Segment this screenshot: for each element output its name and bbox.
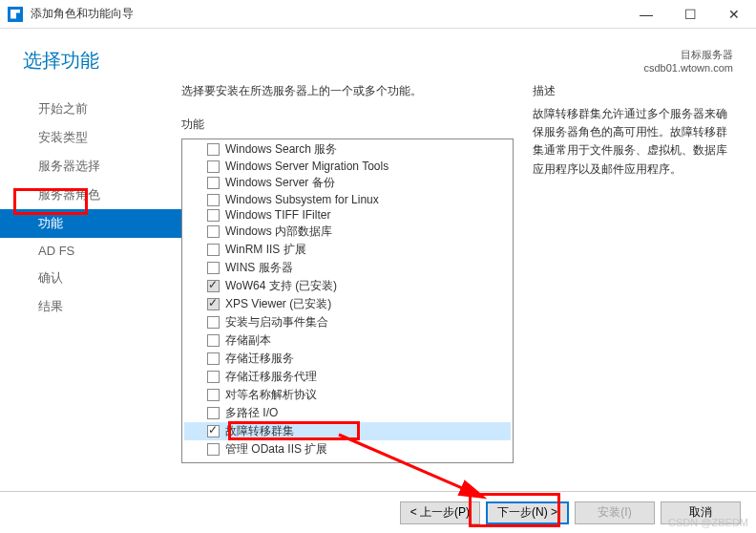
feature-checkbox[interactable]	[207, 316, 220, 329]
feature-checkbox[interactable]	[207, 334, 220, 347]
feature-checkbox[interactable]	[207, 262, 220, 274]
feature-label: WoW64 支持 (已安装)	[225, 278, 337, 294]
feature-checkbox[interactable]	[207, 352, 220, 365]
feature-panel: ▷Windows Process Activation Service▷Wind…	[181, 139, 514, 463]
content: 选择要安装在所选服务器上的一个或多个功能。 功能 ▷Windows Proces…	[181, 83, 756, 503]
maximize-button[interactable]: ☐	[668, 0, 712, 29]
sidebar-item-2[interactable]: 服务器选择	[0, 152, 181, 181]
target-server-value: csdb01.wtown.com	[643, 62, 733, 74]
feature-row[interactable]: ▷WoW64 支持 (已安装)	[184, 277, 511, 295]
feature-checkbox[interactable]	[207, 425, 220, 437]
feature-label: 安装与启动事件集合	[225, 314, 328, 330]
feature-label: Windows TIFF IFilter	[225, 208, 330, 222]
feature-label: WinRM IIS 扩展	[225, 242, 306, 258]
description-panel: 描述 故障转移群集允许通过多个服务器来确保服务器角色的高可用性。故障转移群集通常…	[533, 83, 733, 503]
feature-checkbox[interactable]	[207, 298, 220, 310]
sidebar-item-7[interactable]: 结果	[0, 292, 181, 321]
feature-label: XPS Viewer (已安装)	[225, 296, 331, 312]
feature-row[interactable]: ▷Windows Subsystem for Linux	[184, 192, 511, 207]
feature-row[interactable]: ▷存储迁移服务	[184, 350, 511, 368]
feature-checkbox[interactable]	[207, 407, 220, 419]
close-button[interactable]: ✕	[712, 0, 756, 29]
prev-button[interactable]: < 上一步(P)	[400, 501, 480, 524]
feature-checkbox[interactable]	[207, 177, 220, 189]
feature-label: 故障转移群集	[225, 423, 294, 439]
feature-checkbox[interactable]	[207, 160, 220, 173]
feature-row[interactable]: ▷WINS 服务器	[184, 259, 511, 277]
feature-label: Windows Server Migration Tools	[225, 160, 388, 173]
sidebar-item-5[interactable]: AD FS	[0, 238, 181, 264]
page-title: 选择功能	[23, 48, 99, 74]
sidebar-item-4[interactable]: 功能	[0, 209, 181, 238]
next-button[interactable]: 下一步(N) >	[486, 501, 569, 524]
window-controls: — ☐ ✕	[624, 0, 756, 29]
sidebar-item-6[interactable]: 确认	[0, 264, 181, 292]
feature-row[interactable]: ▷安装与启动事件集合	[184, 313, 511, 331]
header: 选择功能 目标服务器 csdb01.wtown.com	[0, 29, 756, 83]
intro-text: 选择要安装在所选服务器上的一个或多个功能。	[181, 83, 514, 99]
feature-checkbox[interactable]	[207, 225, 220, 238]
titlebar: 添加角色和功能向导 — ☐ ✕	[0, 0, 756, 29]
sidebar: 开始之前安装类型服务器选择服务器角色功能AD FS确认结果	[0, 83, 181, 503]
footer: < 上一步(P) 下一步(N) > 安装(I) 取消	[0, 491, 756, 533]
feature-row[interactable]: ▷Windows Server Migration Tools	[184, 159, 511, 174]
feature-label: Windows Subsystem for Linux	[225, 193, 379, 206]
feature-checkbox[interactable]	[207, 209, 220, 222]
feature-row[interactable]: ▷故障转移群集	[184, 422, 511, 440]
feature-row[interactable]: ▷WinRM IIS 扩展	[184, 241, 511, 259]
feature-row[interactable]: ▷Windows Server 备份	[184, 174, 511, 192]
feature-label: WINS 服务器	[225, 260, 293, 276]
feature-label: Windows 内部数据库	[225, 224, 332, 240]
feature-label: 存储副本	[225, 332, 271, 349]
feature-checkbox[interactable]	[207, 443, 220, 456]
feature-label: 多路径 I/O	[225, 405, 278, 421]
sidebar-item-1[interactable]: 安装类型	[0, 123, 181, 152]
feature-checkbox[interactable]	[207, 371, 220, 383]
feature-row[interactable]: ▷多路径 I/O	[184, 404, 511, 422]
description-label: 描述	[533, 83, 733, 99]
feature-checkbox[interactable]	[207, 194, 220, 206]
target-server-label: 目标服务器	[643, 48, 733, 62]
feature-row[interactable]: ▷存储副本	[184, 331, 511, 350]
feature-list[interactable]: ▷Windows Process Activation Service▷Wind…	[182, 139, 513, 462]
feature-checkbox[interactable]	[207, 280, 220, 292]
minimize-button[interactable]: —	[624, 0, 668, 29]
feature-row[interactable]: ▷Windows TIFF IFilter	[184, 207, 511, 223]
feature-row[interactable]: ▷Windows 内部数据库	[184, 223, 511, 241]
feature-label: 对等名称解析协议	[225, 387, 317, 403]
feature-label: Windows Search 服务	[225, 141, 337, 158]
feature-row[interactable]: ▷XPS Viewer (已安装)	[184, 295, 511, 313]
sidebar-item-0[interactable]: 开始之前	[0, 95, 181, 123]
feature-checkbox[interactable]	[207, 244, 220, 256]
app-icon	[8, 7, 23, 22]
install-button: 安装(I)	[575, 501, 655, 524]
feature-checkbox[interactable]	[207, 389, 220, 401]
feature-row[interactable]: ▷存储迁移服务代理	[184, 368, 511, 386]
feature-row[interactable]: ▷对等名称解析协议	[184, 386, 511, 404]
feature-row[interactable]: ▷Windows Search 服务	[184, 140, 511, 159]
watermark: CSDN @ZBEDM	[668, 517, 748, 528]
feature-label: 存储迁移服务代理	[225, 369, 317, 385]
feature-label: 管理 OData IIS 扩展	[225, 441, 327, 458]
content-left: 选择要安装在所选服务器上的一个或多个功能。 功能 ▷Windows Proces…	[181, 83, 533, 503]
description-text: 故障转移群集允许通过多个服务器来确保服务器角色的高可用性。故障转移群集通常用于文…	[533, 105, 733, 179]
main: 开始之前安装类型服务器选择服务器角色功能AD FS确认结果 选择要安装在所选服务…	[0, 83, 756, 503]
feature-row[interactable]: ▷管理 OData IIS 扩展	[184, 440, 511, 458]
feature-label: 存储迁移服务	[225, 351, 294, 367]
feature-checkbox[interactable]	[207, 143, 220, 156]
sidebar-item-3[interactable]: 服务器角色	[0, 181, 181, 209]
features-label: 功能	[181, 117, 514, 133]
target-server-info: 目标服务器 csdb01.wtown.com	[643, 48, 733, 74]
feature-label: Windows Server 备份	[225, 175, 335, 191]
window-title: 添加角色和功能向导	[31, 6, 624, 22]
